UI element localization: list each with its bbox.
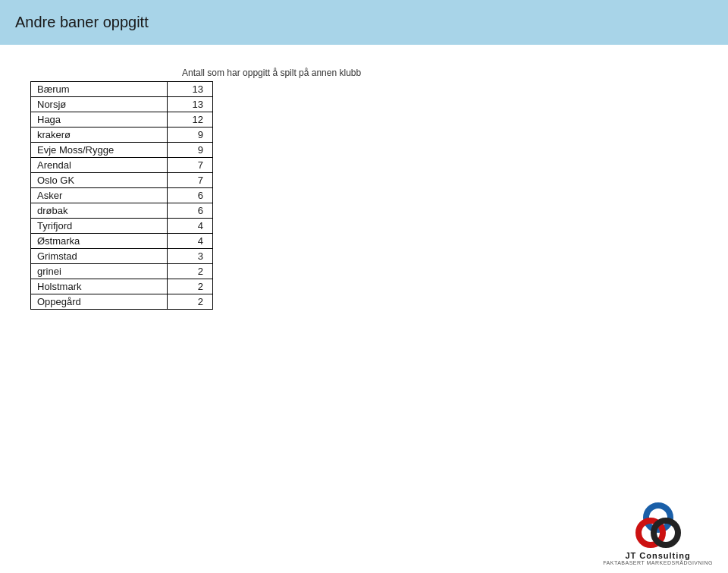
count-cell: 12 bbox=[168, 112, 213, 128]
club-name-cell: krakerø bbox=[31, 128, 168, 143]
count-cell: 13 bbox=[168, 82, 213, 97]
count-cell: 2 bbox=[168, 264, 213, 279]
club-name-cell: Norsjø bbox=[31, 97, 168, 112]
table-row: Evje Moss/Rygge9 bbox=[31, 143, 213, 158]
count-cell: 6 bbox=[168, 188, 213, 203]
count-cell: 6 bbox=[168, 203, 213, 219]
count-cell: 13 bbox=[168, 97, 213, 112]
count-cell: 3 bbox=[168, 249, 213, 264]
table-row: Norsjø13 bbox=[31, 97, 213, 112]
ring-dark bbox=[651, 518, 681, 548]
table-row: grinei2 bbox=[31, 264, 213, 279]
data-table: Bærum13Norsjø13Haga12krakerø9Evje Moss/R… bbox=[30, 81, 213, 310]
count-cell: 7 bbox=[168, 158, 213, 173]
count-cell: 4 bbox=[168, 234, 213, 249]
table-row: Grimstad3 bbox=[31, 249, 213, 264]
column-header-label: Antall som har oppgitt å spilt på annen … bbox=[182, 68, 698, 78]
club-name-cell: Østmarka bbox=[31, 234, 168, 249]
club-name-cell: Asker bbox=[31, 188, 168, 203]
header-bar: Andre baner oppgitt bbox=[0, 0, 728, 45]
count-cell: 9 bbox=[168, 128, 213, 143]
table-row: Tyrifjord4 bbox=[31, 219, 213, 234]
club-name-cell: Bærum bbox=[31, 82, 168, 97]
table-row: Holstmark2 bbox=[31, 279, 213, 294]
table-row: Oslo GK7 bbox=[31, 173, 213, 188]
logo-sub-text: FAKTABASERT MARKEDSRÅDGIVNING bbox=[603, 560, 713, 565]
table-row: Bærum13 bbox=[31, 82, 213, 97]
club-name-cell: Holstmark bbox=[31, 279, 168, 294]
club-name-cell: Grimstad bbox=[31, 249, 168, 264]
count-cell: 9 bbox=[168, 143, 213, 158]
table-row: Østmarka4 bbox=[31, 234, 213, 249]
logo-area: JT Consulting FAKTABASERT MARKEDSRÅDGIVN… bbox=[603, 502, 713, 565]
table-row: Arendal7 bbox=[31, 158, 213, 173]
table-row: krakerø9 bbox=[31, 128, 213, 143]
page-title: Andre baner oppgitt bbox=[15, 14, 713, 31]
club-name-cell: Oslo GK bbox=[31, 173, 168, 188]
table-row: Haga12 bbox=[31, 112, 213, 128]
club-name-cell: Evje Moss/Rygge bbox=[31, 143, 168, 158]
table-row: Asker6 bbox=[31, 188, 213, 203]
logo-company-name: JT Consulting bbox=[625, 551, 690, 560]
table-row: Oppegård2 bbox=[31, 294, 213, 310]
club-name-cell: Arendal bbox=[31, 158, 168, 173]
count-cell: 2 bbox=[168, 279, 213, 294]
club-name-cell: drøbak bbox=[31, 203, 168, 219]
logo-icon bbox=[635, 502, 681, 548]
main-content: Antall som har oppgitt å spilt på annen … bbox=[0, 68, 728, 310]
club-name-cell: grinei bbox=[31, 264, 168, 279]
count-cell: 2 bbox=[168, 294, 213, 310]
count-cell: 4 bbox=[168, 219, 213, 234]
club-name-cell: Tyrifjord bbox=[31, 219, 168, 234]
table-row: drøbak6 bbox=[31, 203, 213, 219]
club-name-cell: Oppegård bbox=[31, 294, 168, 310]
count-cell: 7 bbox=[168, 173, 213, 188]
club-name-cell: Haga bbox=[31, 112, 168, 128]
